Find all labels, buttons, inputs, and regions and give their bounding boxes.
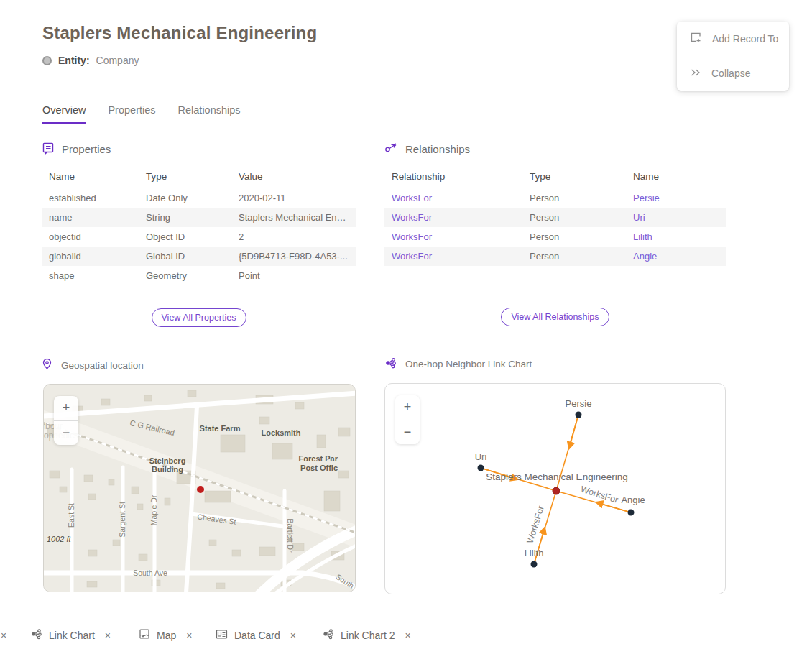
map-entity-marker[interactable] — [197, 486, 204, 493]
map-label-forest-1: Forest Par — [299, 454, 338, 463]
add-record-icon — [690, 32, 702, 46]
map-label-south-ave: South Ave — [133, 569, 167, 577]
close-icon[interactable]: × — [290, 630, 296, 641]
properties-icon — [42, 142, 55, 157]
entity-link[interactable]: Lilith — [626, 227, 726, 247]
entity-link[interactable]: Angie — [626, 247, 726, 266]
view-all-properties-button[interactable]: View All Properties — [152, 308, 246, 327]
entity-link[interactable]: Persie — [626, 188, 726, 208]
tab-relationships[interactable]: Relationships — [177, 103, 241, 124]
workspace-tab-map[interactable]: Map × — [139, 620, 192, 649]
table-header-row: Relationship Type Name — [384, 165, 726, 188]
close-icon[interactable]: × — [186, 630, 192, 641]
properties-section: Properties Name Type Value established D… — [42, 141, 356, 327]
map-label-sargent-st: Sargent St — [118, 502, 126, 538]
geospatial-title: Geospatial location — [61, 360, 144, 371]
node-center-company[interactable] — [553, 487, 560, 494]
table-row: name String Staplers Mechanical Eng... — [42, 208, 356, 227]
link-chart-icon — [322, 628, 334, 642]
map-zoom-out-button[interactable]: − — [54, 420, 78, 446]
entity-link[interactable]: Uri — [626, 208, 726, 227]
link-chart-view[interactable]: WorksFor WorksFor Persie Uri Angie Lilit… — [384, 383, 726, 594]
data-card-icon — [216, 629, 228, 642]
menu-item-collapse[interactable]: Collapse — [677, 56, 789, 91]
map-zoom-in-button[interactable]: + — [54, 396, 78, 420]
tab-label: Data Card — [234, 630, 280, 641]
relationship-link[interactable]: WorksFor — [384, 227, 522, 247]
node-uri[interactable] — [478, 465, 484, 471]
map-label-steinberg-2: Building — [152, 465, 183, 474]
table-row: objectid Object ID 2 — [42, 227, 356, 247]
node-label-center: Staplers Mechanical Engineering — [486, 471, 627, 482]
table-row: shape Geometry Point — [42, 266, 356, 285]
map-canvas: State Farm Locksmith Steinberg Building … — [44, 385, 356, 592]
cell-type: Object ID — [139, 227, 231, 247]
relationships-icon — [384, 142, 398, 157]
entity-label: Entity: — [58, 55, 90, 66]
node-persie[interactable] — [576, 412, 582, 418]
workspace-tab-link-chart[interactable]: Link Chart × — [30, 620, 111, 649]
view-all-relationships-button[interactable]: View All Relationships — [501, 308, 609, 326]
cell-value: 2020-02-11 — [231, 188, 356, 208]
close-icon[interactable]: × — [105, 630, 111, 641]
cell-name: globalid — [42, 247, 139, 266]
cell-name: objectid — [42, 227, 139, 247]
node-label-lilith: Lilith — [525, 548, 544, 558]
card-options-menu: Add Record To Collapse — [677, 22, 789, 91]
menu-item-add-record[interactable]: Add Record To — [677, 22, 789, 56]
map-view[interactable]: State Farm Locksmith Steinberg Building … — [43, 384, 356, 592]
tab-overview[interactable]: Overview — [42, 103, 86, 124]
relationship-link[interactable]: WorksFor — [384, 188, 522, 208]
workspace-tab-data-card[interactable]: Data Card × — [216, 620, 296, 649]
map-label-state-farm: State Farm — [200, 424, 241, 433]
tab-properties[interactable]: Properties — [107, 103, 156, 124]
graph-nodes[interactable] — [478, 412, 635, 568]
edge-label-worksfor: WorksFor — [579, 484, 619, 505]
entity-value: Company — [96, 55, 139, 66]
cell-type: Person — [522, 227, 626, 247]
data-card-page: Staplers Mechanical Engineering Entity: … — [0, 0, 812, 649]
tab-label: Link Chart — [49, 630, 95, 641]
partial-tab-close-icon[interactable]: × — [1, 620, 6, 649]
relationship-link[interactable]: WorksFor — [384, 208, 522, 227]
column-header: Relationship — [384, 165, 522, 188]
cell-value: Point — [231, 266, 356, 285]
node-label-persie: Persie — [566, 398, 592, 409]
map-scale-label: 1002 ft — [47, 535, 72, 543]
chart-zoom-control: + − — [395, 395, 420, 444]
cell-value: 2 — [231, 227, 356, 247]
cell-type: String — [139, 208, 231, 227]
map-label-bartlett-dr: Bartlett Dr — [286, 518, 295, 553]
map-label-east-st: East St — [67, 503, 75, 528]
relationships-title: Relationships — [405, 143, 470, 155]
menu-item-label: Collapse — [711, 68, 750, 79]
link-chart-section: One-hop Neighbor Link Chart — [384, 356, 726, 594]
entity-type-dot — [42, 56, 52, 65]
workspace-tab-bar: × Link Chart × Map × — [0, 620, 812, 649]
cell-type: Geometry — [139, 266, 231, 285]
table-row: established Date Only 2020-02-11 — [42, 188, 356, 208]
tab-label: Link Chart 2 — [341, 630, 395, 641]
card-tabs: Overview Properties Relationships — [42, 103, 241, 124]
node-label-uri: Uri — [475, 451, 487, 462]
relationship-link[interactable]: WorksFor — [384, 247, 522, 266]
cell-value: Staplers Mechanical Eng... — [231, 208, 356, 227]
table-row: globalid Global ID {5D9B4713-F98D-4A53-.… — [42, 247, 356, 266]
node-angie[interactable] — [628, 510, 635, 516]
cell-name: established — [42, 188, 139, 208]
table-row: WorksFor Person Uri — [384, 208, 726, 227]
close-icon[interactable]: × — [405, 630, 410, 641]
map-label-locksmith: Locksmith — [261, 428, 300, 437]
entity-row: Entity: Company — [42, 55, 139, 66]
relationships-section: Relationships Relationship Type Name Wor… — [384, 141, 726, 326]
link-chart-canvas: WorksFor WorksFor Persie Uri Angie Lilit… — [385, 384, 725, 594]
column-header: Type — [522, 165, 626, 188]
link-chart-icon — [384, 357, 397, 371]
node-lilith[interactable] — [531, 561, 538, 568]
column-header: Name — [42, 165, 139, 188]
workspace-tab-link-chart-2[interactable]: Link Chart 2 × — [322, 620, 411, 649]
chart-zoom-in-button[interactable]: + — [395, 395, 420, 420]
cell-name: shape — [42, 266, 139, 285]
chart-zoom-out-button[interactable]: − — [395, 420, 420, 445]
table-row: WorksFor Person Persie — [384, 188, 726, 208]
